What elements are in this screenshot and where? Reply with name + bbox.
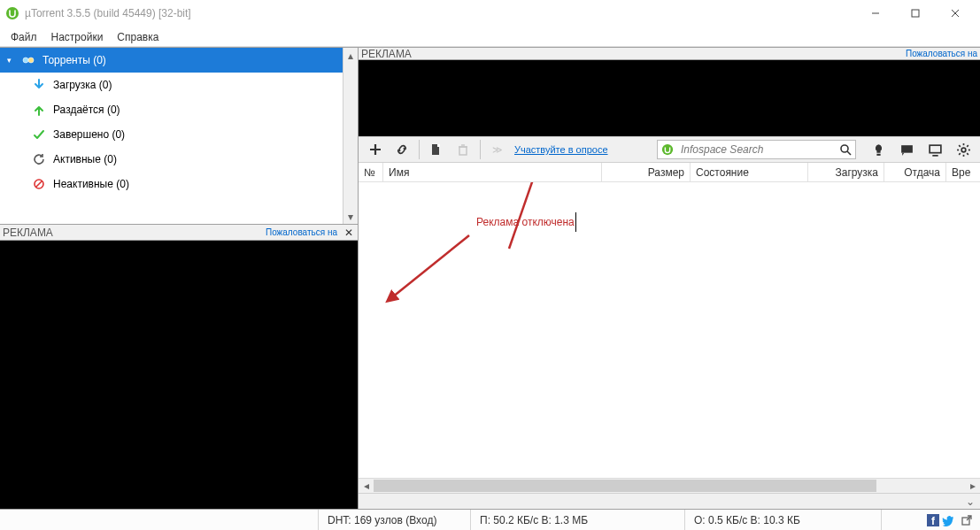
search-icon[interactable] [836, 143, 855, 156]
top-ad-header: РЕКЛАМА Пожаловаться на [359, 48, 980, 60]
svg-rect-10 [437, 144, 440, 147]
detail-toggle-bar[interactable]: ⌄ [359, 493, 980, 509]
window-maximize-button[interactable] [895, 1, 935, 26]
svg-point-21 [961, 148, 966, 152]
ad-complain-link[interactable]: Пожаловаться на [266, 227, 337, 237]
status-upload: О: 0.5 КБ/с В: 10.3 КБ [685, 510, 882, 530]
more-icon[interactable]: ≫ [486, 138, 509, 161]
svg-line-27 [967, 153, 968, 155]
menu-file[interactable]: Файл [4, 28, 44, 46]
svg-line-8 [36, 181, 42, 188]
column-headers: № Имя Размер Состояние Загрузка Отдача В… [359, 163, 980, 182]
window-title: µTorrent 3.5.5 (build 45449) [32-bit] [25, 7, 855, 19]
divider [480, 140, 481, 159]
status-download: П: 50.2 КБ/с В: 1.3 МБ [471, 510, 685, 530]
app-icon [5, 6, 19, 20]
svg-line-26 [959, 145, 961, 147]
search-input[interactable] [677, 143, 836, 156]
window-titlebar: µTorrent 3.5.5 (build 45449) [32-bit] [0, 0, 980, 27]
menubar: Файл Настройки Справка [0, 27, 980, 46]
svg-rect-11 [459, 147, 467, 155]
scroll-right-icon[interactable]: ▸ [965, 479, 980, 493]
top-ad-body [359, 60, 980, 136]
close-icon[interactable]: ✕ [343, 227, 355, 239]
scroll-up-icon[interactable]: ▴ [343, 48, 358, 63]
svg-point-15 [841, 145, 848, 152]
sidebar-item-label: Неактивные (0) [53, 178, 129, 190]
svg-point-0 [6, 7, 19, 19]
scroll-down-icon[interactable]: ▾ [343, 209, 358, 224]
column-state[interactable]: Состояние [691, 163, 808, 181]
torrent-list: Реклама отключена [359, 182, 980, 478]
facebook-icon[interactable]: f [927, 514, 939, 526]
refresh-icon [32, 152, 46, 166]
toolbar: ≫ Участвуйте в опросе [359, 136, 980, 163]
bulb-icon[interactable] [867, 138, 890, 161]
column-time[interactable]: Вре [946, 163, 971, 181]
svg-rect-17 [876, 153, 880, 155]
remote-icon[interactable] [923, 138, 946, 161]
statusbar: DHT: 169 узлов (Вход) П: 50.2 КБ/с В: 1.… [0, 509, 980, 530]
svg-line-16 [847, 151, 851, 155]
window-close-button[interactable] [935, 1, 975, 26]
sidebar-item-label: Активные (0) [53, 153, 117, 165]
sidebar-item-label: Торренты (0) [42, 54, 106, 66]
svg-rect-2 [912, 10, 919, 17]
sidebar: ▾ Торренты (0) Загрузка (0) Р [0, 48, 343, 224]
sidebar-item-active[interactable]: Активные (0) [0, 147, 343, 172]
search-box[interactable] [657, 140, 856, 159]
gear-icon[interactable] [952, 138, 975, 161]
ad-label: РЕКЛАМА [3, 227, 53, 239]
svg-line-28 [967, 145, 968, 147]
window-minimize-button[interactable] [855, 1, 895, 26]
upload-arrow-icon [32, 103, 46, 117]
chevron-down-icon: ⌄ [966, 495, 975, 508]
menu-help[interactable]: Справка [110, 28, 166, 46]
column-number[interactable]: № [359, 163, 383, 181]
column-name[interactable]: Имя [383, 163, 602, 181]
svg-line-29 [959, 153, 961, 155]
sidebar-item-completed[interactable]: Завершено (0) [0, 122, 343, 147]
status-dht: DHT: 169 узлов (Вход) [319, 510, 471, 530]
sidebar-item-label: Завершено (0) [53, 128, 125, 141]
svg-point-6 [28, 58, 34, 63]
sidebar-item-downloading[interactable]: Загрузка (0) [0, 73, 343, 97]
status-cell-empty [0, 510, 319, 530]
sidebar-item-label: Раздаётся (0) [53, 104, 120, 116]
sidebar-item-seeding[interactable]: Раздаётся (0) [0, 97, 343, 122]
inactive-icon [32, 177, 46, 191]
ad-label: РЕКЛАМА [361, 48, 412, 60]
svg-line-31 [392, 235, 469, 297]
expand-icon: ▾ [7, 56, 14, 65]
utorrent-icon [658, 143, 677, 156]
sidebar-scrollbar[interactable]: ▴ ▾ [343, 48, 358, 224]
column-download[interactable]: Загрузка [808, 163, 884, 181]
delete-button[interactable] [451, 138, 475, 161]
sidebar-item-inactive[interactable]: Неактивные (0) [0, 172, 343, 196]
svg-rect-18 [901, 145, 913, 153]
horizontal-scrollbar[interactable]: ◂ ▸ [359, 478, 980, 493]
svg-point-5 [23, 58, 28, 63]
annotation-text: Реклама отключена [476, 211, 576, 232]
add-url-button[interactable] [390, 138, 413, 161]
scroll-left-icon[interactable]: ◂ [359, 479, 374, 493]
add-torrent-button[interactable] [364, 138, 387, 161]
external-link-icon[interactable] [961, 514, 973, 526]
left-ad-body [0, 241, 358, 509]
torrents-icon [21, 53, 35, 67]
column-upload[interactable]: Отдача [884, 163, 946, 181]
column-size[interactable]: Размер [602, 163, 691, 181]
chat-icon[interactable] [895, 138, 918, 161]
menu-settings[interactable]: Настройки [44, 28, 111, 46]
scrollbar-thumb[interactable] [374, 480, 876, 492]
survey-link[interactable]: Участвуйте в опросе [514, 144, 608, 155]
ad-complain-link[interactable]: Пожаловаться на [906, 49, 977, 58]
twitter-icon[interactable] [941, 514, 953, 526]
sidebar-item-torrents[interactable]: ▾ Торренты (0) [0, 48, 343, 73]
download-arrow-icon [32, 78, 46, 92]
divider [419, 140, 420, 159]
sidebar-item-label: Загрузка (0) [53, 79, 112, 91]
svg-point-14 [662, 144, 673, 155]
create-torrent-button[interactable] [425, 138, 448, 161]
left-ad-header: РЕКЛАМА Пожаловаться на ✕ [0, 225, 358, 241]
